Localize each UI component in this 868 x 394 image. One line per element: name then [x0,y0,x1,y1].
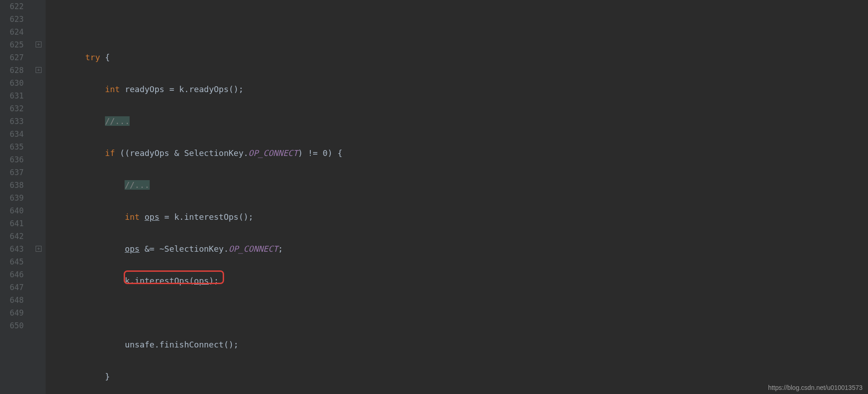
code-area[interactable]: try { int readyOps = k.readyOps(); //...… [46,0,868,394]
folded-region[interactable]: //... [105,116,130,126]
code-line: } [46,370,868,383]
line-number: 636 [0,153,24,166]
line-number: 648 [0,294,24,306]
code-line [46,19,868,32]
line-number: 627 [0,51,24,64]
line-number: 622 [0,0,24,13]
line-number: 647 [0,281,24,294]
code-line: int ops = k.interestOps(); [46,211,868,223]
line-number: 632 [0,102,24,115]
fold-column: +++ [32,0,46,394]
line-number: 650 [0,319,24,332]
line-number: 631 [0,89,24,102]
code-line: k.interestOps(ops); [46,275,868,287]
fold-expand-icon[interactable]: + [36,67,42,73]
watermark-text: https://blog.csdn.net/u010013573 [768,384,863,391]
line-number: 625 [0,38,24,51]
fold-expand-icon[interactable]: + [36,41,42,47]
code-line: if ((readyOps & SelectionKey.OP_CONNECT)… [46,147,868,160]
code-line: //... [46,179,868,192]
folded-region[interactable]: //... [125,180,149,190]
line-number: 645 [0,255,24,268]
code-line: ops &= ~SelectionKey.OP_CONNECT; [46,243,868,255]
line-number: 634 [0,128,24,140]
gutter: 622 623 624 625 627 628 630 631 632 633 … [0,0,32,394]
line-number: 641 [0,217,24,230]
line-number: 646 [0,268,24,281]
code-line: int readyOps = k.readyOps(); [46,83,868,96]
fold-expand-icon[interactable]: + [36,246,42,252]
line-number: 639 [0,192,24,204]
code-line: //... [46,115,868,128]
line-number: 633 [0,115,24,128]
line-number: 624 [0,26,24,38]
line-number: 643 [0,243,24,255]
code-editor[interactable]: 622 623 624 625 627 628 630 631 632 633 … [0,0,868,394]
code-line [46,306,868,319]
code-line: unsafe.finishConnect(); [46,338,868,351]
line-number: 623 [0,13,24,26]
line-number: 649 [0,306,24,319]
line-number: 637 [0,166,24,179]
line-number: 635 [0,140,24,153]
line-number: 628 [0,64,24,77]
line-number: 630 [0,77,24,89]
line-number: 638 [0,179,24,192]
code-line: try { [46,51,868,64]
line-number: 640 [0,204,24,217]
line-number: 642 [0,230,24,243]
